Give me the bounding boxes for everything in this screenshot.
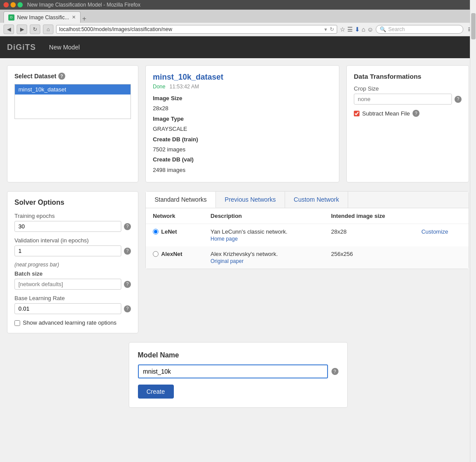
search-placeholder: Search: [388, 26, 405, 32]
reload-button[interactable]: ↻: [30, 24, 40, 34]
advanced-lr-group: Show advanced learning rate options: [14, 319, 131, 326]
col-header-network: Network: [146, 208, 204, 224]
tabs-header: Standard Networks Previous Networks Cust…: [146, 192, 469, 208]
training-epochs-help-icon[interactable]: ?: [124, 223, 131, 230]
scrollbar[interactable]: [470, 0, 476, 424]
model-name-row: ?: [138, 364, 338, 378]
create-db-train-label: Create DB (train): [153, 136, 198, 143]
lenet-name: LeNet: [153, 228, 197, 235]
search-bar[interactable]: 🔍 Search: [376, 25, 463, 34]
maximize-button[interactable]: [18, 2, 23, 7]
nav-icons: ☆ ☰ ⬇ ⌂ ☺: [340, 26, 374, 33]
image-size-label: Image Size: [153, 95, 182, 102]
select-dataset-help-icon[interactable]: ?: [58, 73, 65, 80]
batch-size-help-icon[interactable]: ?: [124, 281, 131, 288]
top-section: Select Dataset ? minst_10k_dataset minst…: [7, 65, 469, 182]
subtract-mean-label: Subtract Mean File: [362, 110, 410, 117]
image-size-value: 28x28: [153, 105, 168, 112]
batch-size-label: Batch size: [14, 270, 131, 277]
network-panel: Standard Networks Previous Networks Cust…: [145, 191, 469, 333]
back-button[interactable]: ◀: [4, 24, 14, 34]
crop-size-input[interactable]: [354, 94, 452, 105]
alexnet-paper-link[interactable]: Original paper: [211, 258, 317, 264]
lenet-customize-link[interactable]: Customize: [421, 228, 448, 235]
subtract-mean-checkbox[interactable]: [354, 111, 360, 116]
table-row: AlexNet Alex Krizhevsky's network. Origi…: [146, 246, 469, 269]
bookmark-star-icon[interactable]: ☆: [340, 26, 346, 33]
app-logo[interactable]: DiGiTS: [7, 43, 36, 52]
lenet-radio[interactable]: [153, 229, 159, 234]
alexnet-radio[interactable]: [153, 251, 159, 257]
dataset-info-panel: minst_10k_dataset Done 11:53:42 AM Image…: [145, 65, 339, 182]
alexnet-description: Alex Krizhevsky's network. Original pape…: [204, 246, 324, 269]
profile-icon[interactable]: ☺: [367, 26, 373, 33]
tab-close-icon[interactable]: ✕: [72, 14, 76, 20]
nav-bar: ◀ ▶ ↻ ⌂ localhost:5000/models/images/cla…: [0, 23, 476, 36]
lenet-description: Yan LeCunn's classic network. Home page: [204, 224, 324, 247]
crop-size-help-icon[interactable]: ?: [455, 96, 462, 103]
tab-label: New Image Classific...: [17, 14, 69, 21]
base-lr-input[interactable]: [14, 303, 121, 314]
base-lr-group: Base Learning Rate ?: [14, 295, 131, 314]
dataset-select-list[interactable]: minst_10k_dataset: [14, 84, 131, 119]
home-button[interactable]: ⌂: [43, 24, 53, 34]
lenet-home-link[interactable]: Home page: [211, 236, 317, 242]
scroll-thumb[interactable]: [471, 13, 476, 39]
lenet-image-size: 28x28: [324, 224, 414, 247]
validation-interval-help-icon[interactable]: ?: [124, 248, 131, 255]
subtract-mean-group: Subtract Mean File ?: [354, 110, 462, 117]
validation-interval-label: Validation interval (in epochs): [14, 237, 131, 244]
model-name-title: Model Name: [138, 351, 338, 359]
model-name-input[interactable]: [138, 364, 328, 378]
tab-favicon: D: [8, 14, 14, 21]
reader-icon[interactable]: ☰: [347, 26, 353, 33]
dataset-name-link[interactable]: minst_10k_dataset: [153, 73, 332, 82]
col-header-image-size: Intended image size: [324, 208, 414, 224]
model-name-help-icon[interactable]: ?: [331, 368, 338, 375]
table-row: LeNet Yan LeCunn's classic network. Home…: [146, 224, 469, 247]
batch-size-group: Batch size ?: [14, 270, 131, 290]
create-db-val-value: 2498 images: [153, 167, 185, 173]
crop-size-label: Crop Size: [354, 85, 462, 92]
solver-panel: Solver Options Training epochs ? Validat…: [7, 191, 138, 333]
browser-tab[interactable]: D New Image Classific... ✕: [4, 11, 81, 23]
alexnet-image-size: 256x256: [324, 246, 414, 269]
training-epochs-input[interactable]: [14, 221, 121, 232]
dataset-option[interactable]: minst_10k_dataset: [15, 84, 130, 94]
download-icon[interactable]: ⬇: [355, 26, 360, 33]
title-bar: New Image Classification Model - Mozilla…: [0, 0, 476, 10]
forward-button[interactable]: ▶: [17, 24, 27, 34]
tab-standard-networks[interactable]: Standard Networks: [146, 192, 216, 208]
subtract-mean-help-icon[interactable]: ?: [413, 110, 420, 117]
create-db-train-value: 7502 images: [153, 146, 185, 153]
base-lr-help-icon[interactable]: ?: [124, 305, 131, 312]
close-button[interactable]: [4, 2, 9, 7]
url-text: localhost:5000/models/images/classificat…: [59, 26, 322, 32]
dataset-status: Done 11:53:42 AM: [153, 84, 332, 90]
nav-new-model[interactable]: New Model: [45, 41, 84, 53]
base-lr-label: Base Learning Rate: [14, 295, 131, 301]
network-tabs: Standard Networks Previous Networks Cust…: [145, 191, 469, 269]
select-dataset-title: Select Dataset ?: [14, 73, 131, 80]
bottom-section: Solver Options Training epochs ? Validat…: [7, 191, 469, 333]
progress-note: (neat progress bar): [14, 262, 131, 268]
traffic-lights: [4, 2, 23, 7]
validation-interval-group: Validation interval (in epochs) ?: [14, 237, 131, 256]
browser-chrome: New Image Classification Model - Mozilla…: [0, 0, 476, 36]
advanced-lr-checkbox[interactable]: [14, 320, 20, 326]
network-table: Network Description Intended image size: [146, 208, 469, 269]
home-nav-icon[interactable]: ⌂: [362, 26, 365, 33]
batch-size-input[interactable]: [14, 279, 121, 290]
address-bar[interactable]: localhost:5000/models/images/classificat…: [56, 25, 337, 34]
alexnet-name: AlexNet: [153, 251, 197, 257]
validation-interval-input[interactable]: [14, 245, 121, 256]
training-epochs-label: Training epochs: [14, 213, 131, 219]
tab-custom-network[interactable]: Custom Network: [285, 192, 348, 208]
new-tab-button[interactable]: +: [82, 15, 86, 23]
dropdown-icon[interactable]: ▼: [324, 27, 328, 32]
create-button[interactable]: Create: [138, 385, 174, 399]
tab-previous-networks[interactable]: Previous Networks: [216, 192, 285, 208]
reload-icon[interactable]: ↻: [330, 26, 334, 32]
minimize-button[interactable]: [11, 2, 16, 7]
advanced-lr-label: Show advanced learning rate options: [23, 319, 116, 326]
